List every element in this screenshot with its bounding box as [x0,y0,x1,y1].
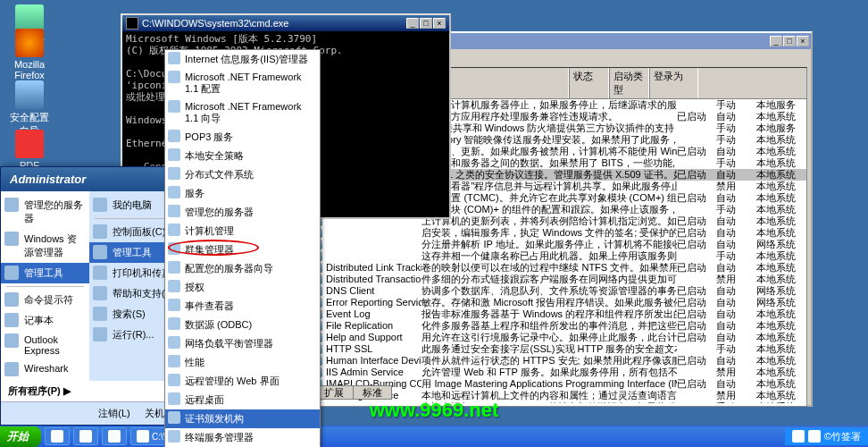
desktop-icon-firefox[interactable]: Mozilla Firefox [7,29,52,80]
svc-name: DNS Client [312,285,421,297]
admin-menu-item[interactable]: 事件查看器 [165,297,320,316]
admin-menu-item[interactable]: Microsoft .NET Framework 1.1 配置 [165,69,320,98]
svc-logon: 本地系统 [756,320,805,332]
admin-menu-item[interactable]: 群集管理器 [165,240,320,259]
svc-status: 已启动 [677,297,716,308]
admin-menu-item[interactable]: 证书颁发机构 [165,409,320,428]
taskbar[interactable]: 开始 C:\WINDOWS\system32... ©竹签署 [0,426,868,447]
admin-menu-item[interactable]: 远程桌面 [165,391,320,409]
svc-start: 自动 [716,320,755,332]
svc-logon: 本地系统 [756,146,805,157]
taskbar-item[interactable] [45,427,70,445]
svc-logon: 本地系统 [756,367,805,378]
admin-menu-item[interactable]: 网络负载平衡管理器 [165,334,320,353]
start-item[interactable]: Outlook Express [1,331,89,359]
admin-menu-item[interactable]: 分布式文件系统 [165,165,320,184]
start-item-icon [4,333,19,348]
close-button[interactable]: × [797,36,809,46]
close-button[interactable]: × [433,18,446,29]
menu-icon [168,100,180,113]
start-item-icon [4,266,19,280]
min-button[interactable]: _ [406,18,419,29]
menu-icon [168,299,180,311]
svc-name: Human Interface Device Access [312,355,421,367]
svc-desc: 件多细的分布式链接跟踪客户端服务在同网络内提供更加可靠性和高效的跟踪 [421,274,677,285]
admin-menu-item[interactable]: 服务 [165,184,320,203]
service-row[interactable]: Distributed Transaction Coordinator件多细的分… [310,274,806,285]
col-logon[interactable]: 登录为 [649,68,698,98]
max-button[interactable]: □ [420,18,432,29]
admin-menu-item[interactable]: 本地安全策略 [165,147,320,165]
service-row[interactable]: DNS Client协调多个数据库、消息队列、文件系统等资源管理器的事务。如果停… [310,285,806,297]
all-programs[interactable]: 所有程序(P) ▶ [1,381,187,401]
admin-menu-item[interactable]: 终端服务管理器 [165,428,320,447]
taskbar-item[interactable] [73,427,98,445]
col-status[interactable]: 状态 [569,68,609,98]
admin-menu-item[interactable]: Internet 信息服务(IIS)管理器 [165,50,320,69]
svc-desc: 这存并相一个健康名称已占用此机器。如果上停用该服务则丢失信息。如果已... [421,250,677,262]
start-item[interactable]: 管理工具 [1,263,89,283]
service-row[interactable]: HTTP SSL此服务通过安全套接字层(SSL)实现 HTTP 服务的安全超文本… [310,343,806,355]
admin-menu-item[interactable]: 计算机管理 [165,222,320,240]
start-item-icon [93,286,107,300]
task-icon [108,430,121,443]
config-icon [15,80,44,109]
service-row[interactable]: 分注册并解析 IP 地址。如果此服务停止，计算机将不能接收动态 IP 地址和 D… [310,239,806,250]
tray-icon[interactable] [792,430,805,443]
menu-icon [168,130,180,142]
service-row[interactable]: Error Reporting Service敏存。存储和激 Microsoft… [310,297,806,308]
admin-menu-item[interactable]: 远程管理的 Web 界面 [165,372,320,391]
start-menu[interactable]: Administrator 管理您的服务器Windows 资源管理器管理工具命令… [0,166,188,426]
menu-icon [168,186,180,198]
cmd-titlebar[interactable]: C:\WINDOWS\system32\cmd.exe _□× [122,15,449,31]
svc-status: 已启动 [677,320,716,332]
start-item[interactable]: Wireshark [1,359,89,377]
service-row[interactable]: Human Interface Device Access项件从就件运行状态的 … [310,355,806,367]
taskbar-item[interactable] [102,427,127,445]
start-item[interactable]: 命令提示符 [1,290,89,310]
admin-menu-item[interactable]: 数据源 (ODBC) [165,316,320,334]
start-button[interactable]: 开始 [0,426,41,447]
max-button[interactable]: □ [783,36,796,46]
desktop-icon-pdf[interactable]: PDF [7,130,52,171]
start-item[interactable]: Windows 资源管理器 [1,229,89,263]
col-start[interactable]: 启动类型 [609,68,649,98]
service-row[interactable]: File Replication化件多服务器基上程序和组件所发出的事件消息，并把… [310,320,806,332]
svc-status: 已启动 [677,146,716,157]
service-row[interactable]: 这存并相一个健康名称已占用此机器。如果上停用该服务则丢失信息。如果已...手动本… [310,250,806,262]
start-item-icon [4,313,19,327]
tab-std[interactable]: 标准 [353,385,392,400]
admin-menu-item[interactable]: POP3 服务 [165,128,320,147]
menu-icon [168,148,180,161]
service-row[interactable]: Distributed Link Tracking Server卷的映射以便可以… [310,262,806,274]
svc-desc: 允许管理 Web 和 FTP 服务。如果此服务停用，所有包括不使运行 Web,F… [421,367,677,378]
svc-status [677,390,716,401]
logoff-button[interactable]: 注销(L) [95,405,133,422]
menu-icon [168,355,180,367]
start-item[interactable]: 记事本 [1,310,89,331]
admin-menu-item[interactable]: 授权 [165,278,320,297]
start-item[interactable]: 管理您的服务器 [1,195,89,229]
service-row[interactable]: IIS Admin Service允许管理 Web 和 FTP 服务。如果此服务… [310,367,806,378]
svc-desc: 硬件配置 (TCMC)。并允许它在此共享对象模块 (COM+) 组件注册自动分发… [421,192,677,204]
admin-menu-item[interactable]: 管理您的服务器 [165,203,320,222]
admin-menu-item[interactable]: 配置您的服务器向导 [165,259,320,278]
task-icon [79,430,92,443]
svc-status: 已启动 [677,332,716,343]
services-tabs[interactable]: 扩展标准 [314,386,391,400]
svc-desc: 用户和计算机服务器停止，如果服务停止，后继源请求的服务将不会收到它们。 [421,99,677,111]
svc-logon: 本地系统 [756,262,805,274]
svc-status: 已启动 [677,262,716,274]
system-tray[interactable]: ©竹签署 [785,428,868,445]
svc-start: 自动 [716,285,755,297]
admin-menu-item[interactable]: 性能 [165,353,320,372]
svc-logon: 本地系统 [756,111,805,122]
task-icon [137,430,149,443]
admin-menu-item[interactable]: Microsoft .NET Framework 1.1 向导 [165,98,320,128]
min-button[interactable]: _ [770,36,782,46]
svc-start: 手动 [716,99,755,111]
service-row[interactable]: Help and Support用允许在这引行境服务记录中心。如果停止此服务，此… [310,332,806,343]
tray-icon[interactable] [808,430,821,443]
service-row[interactable]: Event Log报告非标准服务器基于 Windows 的程序和组件程序所发出的… [310,308,806,320]
admin-tools-menu[interactable]: Internet 信息服务(IIS)管理器Microsoft .NET Fram… [164,49,321,447]
